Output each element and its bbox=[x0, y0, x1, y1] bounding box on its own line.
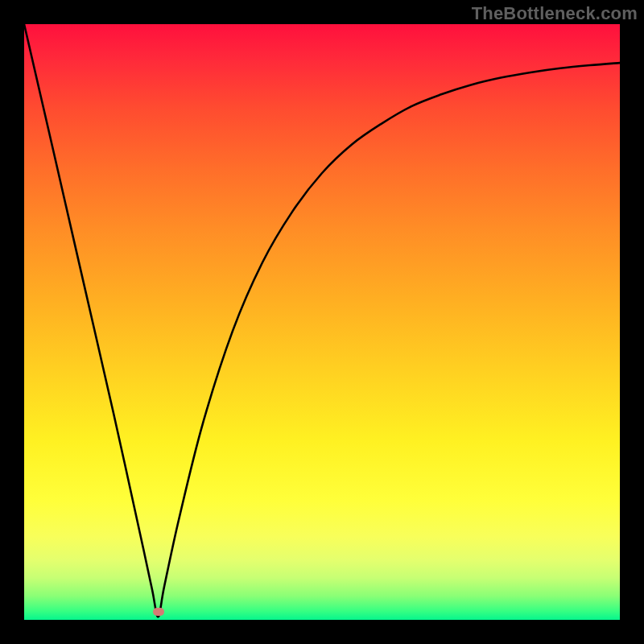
plot-area bbox=[24, 24, 620, 620]
minimum-marker bbox=[153, 608, 164, 616]
watermark-text: TheBottleneck.com bbox=[472, 3, 638, 24]
curve-svg bbox=[24, 24, 620, 620]
chart-frame: TheBottleneck.com bbox=[0, 0, 644, 644]
bottleneck-curve bbox=[24, 24, 620, 617]
